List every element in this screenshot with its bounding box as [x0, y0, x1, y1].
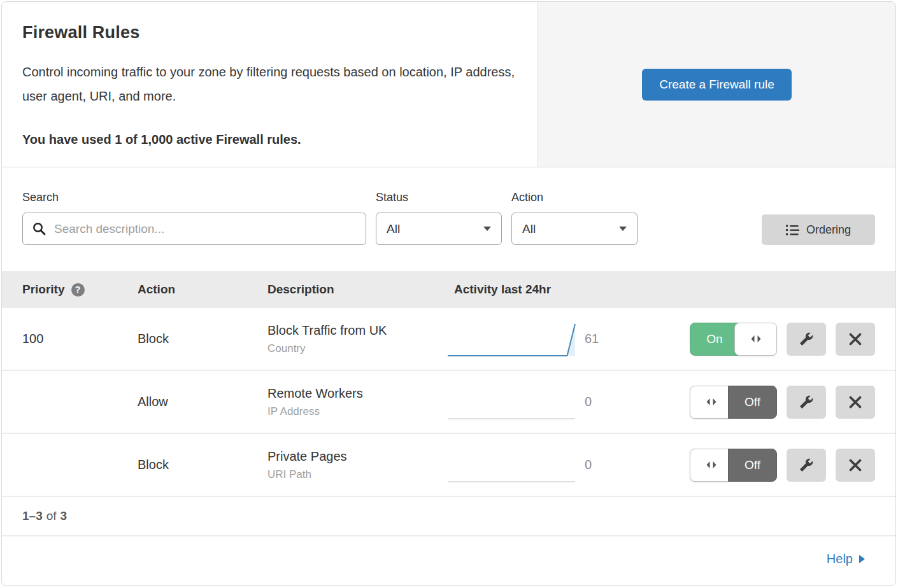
status-filter: Status All: [376, 191, 502, 245]
help-link[interactable]: Help: [827, 552, 866, 566]
search-label: Search: [22, 191, 366, 204]
arrow-right-icon: [859, 554, 866, 564]
pagination-bar: 1–3 of 3: [2, 497, 895, 535]
toggle-knob: [690, 449, 732, 482]
delete-rule-button[interactable]: [836, 323, 875, 356]
rule-controls: Off: [645, 386, 875, 419]
rule-description-title: Remote Workers: [267, 386, 448, 401]
rule-type: IP Address: [267, 405, 448, 418]
status-select[interactable]: All: [376, 213, 502, 245]
column-priority: Priority ?: [22, 283, 138, 297]
left-right-arrows-icon: [750, 335, 762, 343]
activity-sparkline: [448, 321, 585, 358]
rule-priority: 100: [22, 332, 138, 346]
column-activity: Activity last 24hr: [454, 283, 875, 297]
edit-rule-button[interactable]: [787, 323, 826, 356]
rule-action: Allow: [138, 395, 267, 409]
activity-count: 0: [585, 395, 645, 409]
ordering-button[interactable]: Ordering: [762, 214, 875, 245]
close-icon: [849, 396, 862, 409]
toggle-state-label: Off: [728, 449, 777, 482]
left-right-arrows-icon: [706, 398, 717, 406]
action-select-value: All: [522, 222, 536, 236]
search-input[interactable]: [22, 213, 366, 245]
activity-count: 61: [585, 332, 645, 346]
rule-controls: On: [645, 323, 875, 356]
pagination-of: of: [46, 509, 57, 523]
activity-sparkline: [448, 384, 585, 421]
toggle-state-label: Off: [728, 386, 777, 419]
wrench-icon: [799, 395, 814, 410]
page-header-action-panel: Create a Firewall rule: [538, 2, 895, 167]
rule-description-title: Block Traffic from UK: [267, 323, 448, 338]
wrench-icon: [799, 332, 814, 347]
close-icon: [849, 459, 862, 472]
wrench-icon: [799, 458, 814, 473]
delete-rule-button[interactable]: [836, 386, 875, 419]
search-filter: Search: [22, 191, 366, 245]
rule-enabled-toggle[interactable]: Off: [690, 449, 777, 482]
table-row: 100 Block Block Traffic from UK Country …: [2, 308, 895, 371]
search-box: [22, 213, 366, 245]
table-row: Block Private Pages URI Path 0 Off: [2, 434, 895, 497]
filter-bar: Search Status All Action All: [2, 167, 895, 271]
rule-action: Block: [138, 458, 267, 472]
rule-type: URI Path: [267, 468, 448, 481]
action-label: Action: [511, 191, 638, 204]
rule-description: Remote Workers IP Address: [267, 386, 448, 418]
action-select[interactable]: All: [511, 213, 638, 245]
rule-description-title: Private Pages: [267, 449, 448, 464]
page-header: Firewall Rules Control incoming traffic …: [2, 2, 895, 167]
help-link-label: Help: [827, 552, 853, 566]
pagination-total: 3: [61, 509, 68, 523]
rule-controls: Off: [645, 449, 875, 482]
activity-count: 0: [585, 458, 645, 472]
page-title: Firewall Rules: [22, 23, 517, 43]
column-priority-label: Priority: [22, 283, 65, 297]
close-icon: [849, 333, 862, 346]
column-description: Description: [267, 283, 454, 297]
status-select-value: All: [387, 222, 400, 236]
create-firewall-rule-button[interactable]: Create a Firewall rule: [642, 69, 792, 101]
ordering-list-icon: [786, 225, 799, 235]
search-icon: [32, 221, 47, 237]
help-bar: Help: [2, 535, 895, 581]
rule-description: Block Traffic from UK Country: [267, 323, 448, 355]
toggle-state-label: On: [690, 323, 739, 356]
edit-rule-button[interactable]: [787, 386, 826, 419]
rule-action: Block: [138, 332, 267, 346]
usage-note: You have used 1 of 1,000 active Firewall…: [22, 132, 517, 147]
chevron-down-icon: [483, 226, 492, 232]
table-header: Priority ? Action Description Activity l…: [2, 271, 895, 308]
activity-sparkline: [448, 447, 585, 484]
action-filter: Action All: [511, 191, 638, 245]
page-header-text: Firewall Rules Control incoming traffic …: [2, 2, 538, 167]
toggle-knob: [734, 323, 777, 356]
toggle-knob: [690, 386, 732, 419]
column-action: Action: [138, 283, 267, 297]
ordering-button-label: Ordering: [806, 223, 851, 237]
chevron-down-icon: [618, 226, 627, 232]
pagination-range: 1–3: [22, 509, 43, 523]
edit-rule-button[interactable]: [787, 449, 826, 482]
priority-help-icon[interactable]: ?: [71, 283, 85, 297]
left-right-arrows-icon: [706, 461, 717, 469]
rule-enabled-toggle[interactable]: On: [690, 323, 777, 356]
status-label: Status: [376, 191, 502, 204]
table-row: Allow Remote Workers IP Address 0 Off: [2, 371, 895, 434]
delete-rule-button[interactable]: [836, 449, 875, 482]
page-description: Control incoming traffic to your zone by…: [22, 60, 516, 108]
rule-enabled-toggle[interactable]: Off: [690, 386, 777, 419]
rule-description: Private Pages URI Path: [267, 449, 448, 481]
firewall-rules-card: Firewall Rules Control incoming traffic …: [1, 1, 896, 586]
rule-type: Country: [267, 342, 448, 355]
